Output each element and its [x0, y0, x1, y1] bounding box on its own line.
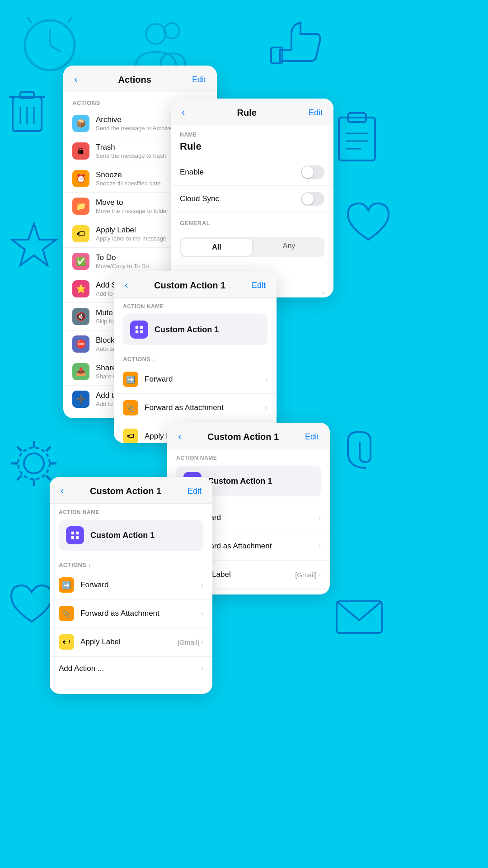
segment-any[interactable]: Any: [253, 237, 324, 257]
ca-action-row-forward-attach[interactable]: 📎 Forward as Attachment ›: [114, 394, 277, 422]
svg-point-21: [18, 448, 50, 479]
panel-custom-action-3: ‹ Custom Action 1 Edit ACTION NAME Custo…: [50, 477, 212, 694]
ca-icon-apply-label: 🏷: [59, 634, 74, 650]
svg-rect-33: [71, 536, 74, 539]
custom3-title: Custom Action 1: [90, 486, 161, 496]
ca-label-forward: Forward: [80, 580, 201, 590]
ca-icon-forward-attach: 📎: [59, 606, 74, 621]
custom1-nav: ‹ Custom Action 1 Edit: [114, 271, 277, 298]
custom2-action-name-label: ACTION NAME: [176, 455, 321, 461]
ca-right-forward: ›: [265, 375, 267, 383]
svg-rect-25: [136, 330, 138, 333]
custom2-title: Custom Action 1: [207, 432, 279, 442]
custom3-nav: ‹ Custom Action 1 Edit: [50, 477, 212, 504]
enable-toggle[interactable]: [301, 165, 324, 179]
action-icon-trash: 🗑: [72, 142, 89, 160]
ca-right-forward-attach: ›: [201, 609, 203, 618]
ca-label-forward-attach: Forward as Attachment: [145, 403, 265, 412]
actions-edit-button[interactable]: Edit: [192, 75, 206, 85]
segment-all[interactable]: All: [181, 239, 252, 256]
custom3-edit-button[interactable]: Edit: [188, 486, 202, 496]
custom2-name-text: Custom Action 1: [208, 476, 272, 486]
action-icon-archive: 📦: [72, 115, 89, 132]
ca-label-forward-attach: ...ward as Attachment: [198, 542, 319, 551]
custom2-back-button[interactable]: ‹: [178, 431, 181, 443]
custom1-edit-button[interactable]: Edit: [252, 281, 266, 290]
custom3-grid-icon: [70, 530, 80, 540]
svg-line-2: [50, 45, 61, 52]
ca-right-apply-label: [Gmail] ›: [178, 638, 203, 646]
action-icon-snooze: ⏰: [72, 170, 89, 187]
cloud-sync-toggle[interactable]: [301, 192, 324, 206]
action-icon-share: 📤: [72, 363, 89, 380]
rule-name-label: NAME: [180, 132, 324, 138]
custom3-icon-box: [66, 526, 84, 544]
rule-segment[interactable]: All Any: [180, 237, 324, 257]
actions-title: Actions: [118, 75, 151, 85]
custom1-name-text: Custom Action 1: [155, 325, 219, 335]
action-icon-to-do: ✅: [72, 253, 89, 270]
svg-rect-23: [136, 326, 138, 329]
ca-label-forward: Forward: [145, 375, 265, 384]
rule-enable-label: Enable: [180, 168, 204, 177]
rule-general-label: GENERAL: [171, 212, 333, 230]
rule-name-value: Rule: [180, 141, 324, 152]
custom3-add-action-row[interactable]: Add Action ... ›: [50, 656, 212, 680]
action-icon-add-sender-vip: ⭐: [72, 280, 89, 297]
rule-title: Rule: [237, 108, 256, 118]
ca-action-row-apply-label[interactable]: 🏷 Apply Label [Gmail] ›: [50, 628, 212, 656]
actions-nav: ‹ Actions Edit: [63, 66, 217, 92]
rule-cloud-sync-row: Cloud Sync: [171, 186, 333, 212]
svg-rect-24: [140, 326, 143, 329]
custom1-icon-box: [130, 321, 148, 339]
ca-action-row-forward[interactable]: ➡️ Forward ›: [114, 365, 277, 394]
action-icon-apply-label: 🏷: [72, 225, 89, 242]
ca-icon-forward: ➡️: [123, 372, 138, 387]
svg-point-5: [146, 24, 166, 44]
ca-right-forward: ›: [319, 514, 321, 522]
rule-edit-button[interactable]: Edit: [309, 108, 323, 118]
ca-right-apply-label: [Gmail] ›: [295, 571, 321, 579]
svg-rect-31: [71, 532, 74, 534]
ca-label-forward: ...ward: [198, 513, 319, 522]
svg-point-6: [164, 23, 179, 38]
rule-nav: ‹ Rule Edit: [171, 99, 333, 125]
custom3-actions-label: ACTIONS ↓: [50, 558, 212, 571]
ca-right-forward-attach: ›: [265, 404, 267, 412]
custom3-name-row: Custom Action 1: [59, 520, 203, 551]
custom3-action-name-label: ACTION NAME: [59, 509, 203, 515]
custom3-name-text: Custom Action 1: [90, 531, 155, 540]
custom3-back-button[interactable]: ‹: [61, 485, 64, 497]
custom3-name-section: ACTION NAME Custom Action 1: [50, 504, 212, 558]
panel-rule: ‹ Rule Edit NAME Rule Enable Cloud Sync …: [171, 99, 333, 297]
svg-line-4: [68, 17, 72, 23]
svg-line-3: [27, 17, 32, 23]
custom1-title: Custom Action 1: [154, 280, 225, 291]
actions-back-button[interactable]: ‹: [74, 74, 77, 85]
svg-marker-13: [12, 224, 56, 265]
rule-cloud-sync-label: Cloud Sync: [180, 194, 219, 203]
svg-point-20: [24, 453, 44, 473]
custom1-grid-icon: [134, 325, 144, 335]
panel-custom-action-1: ‹ Custom Action 1 Edit ACTION NAME Custo…: [114, 271, 277, 443]
svg-rect-32: [76, 532, 79, 534]
ca-right-forward-attach: ›: [319, 542, 321, 550]
action-icon-mute: 🔇: [72, 308, 89, 325]
rule-account-chevron: ›: [322, 289, 324, 297]
custom1-back-button[interactable]: ‹: [125, 279, 128, 291]
ca-action-row-forward[interactable]: ➡️ Forward ›: [50, 571, 212, 599]
custom1-actions-label: ACTIONS ↓: [114, 352, 277, 365]
action-icon-add-to: ➕: [72, 391, 89, 408]
ca-right-forward: ›: [201, 581, 203, 589]
action-icon-block: ⛔: [72, 335, 89, 353]
custom3-actions-list: ➡️ Forward › 📎 Forward as Attachment › 🏷…: [50, 571, 212, 656]
custom2-edit-button[interactable]: Edit: [305, 432, 319, 442]
ca-action-row-forward-attach[interactable]: 📎 Forward as Attachment ›: [50, 599, 212, 628]
ca-icon-forward: ➡️: [59, 577, 74, 593]
ca-label-forward-attach: Forward as Attachment: [80, 609, 201, 618]
custom2-nav: ‹ Custom Action 1 Edit: [167, 423, 330, 449]
rule-back-button[interactable]: ‹: [182, 107, 185, 118]
ca-icon-apply-label: 🏷: [123, 429, 138, 443]
ca-icon-forward-attach: 📎: [123, 400, 138, 415]
ca-label-apply-label: Apply Label: [80, 637, 178, 646]
